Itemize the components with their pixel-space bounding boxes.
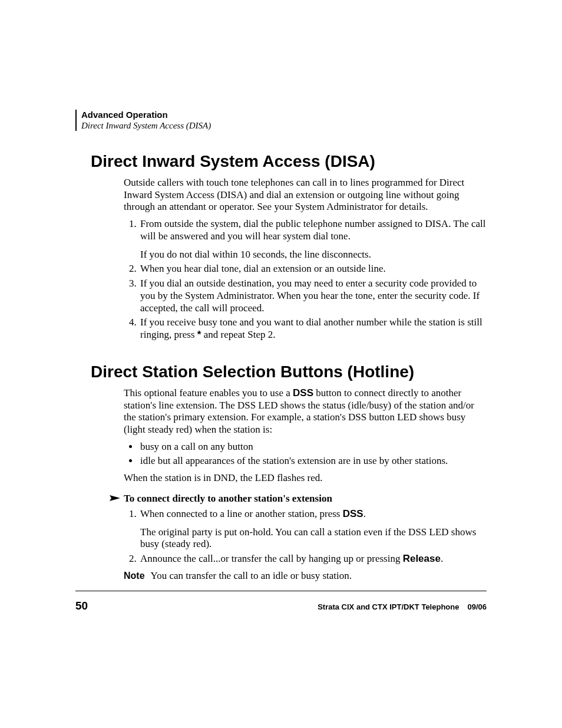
note-text: You can transfer the call to an idle or … [151,570,352,582]
footer-title: Strata CIX and CTX IPT/DKT Telephone [318,602,459,611]
step-1-text: From outside the system, dial the public… [140,218,486,242]
footer-rule [75,591,487,591]
bullet-2: idle but all appearances of the station'… [139,455,487,467]
proc1-pre: When connected to a line or another stat… [140,508,343,519]
head-section: Direct Inward System Access (DISA) [81,121,211,131]
section-title-disa: Direct Inward System Access (DISA) [91,152,487,171]
proc-step-1: When connected to a line or another stat… [139,508,487,551]
dss-after: When the station is in DND, the LED flas… [124,472,487,485]
procedure-heading: To connect directly to another station's… [110,493,487,505]
procedure-body: When connected to a line or another stat… [124,508,487,582]
step-2-text: When you hear dial tone, dial an extensi… [140,263,386,274]
svg-marker-0 [110,495,120,501]
proc1-post: . [363,508,366,519]
running-head: Advanced Operation Direct Inward System … [75,110,487,131]
dss-intro: This optional feature enables you to use… [124,387,487,436]
proc2-bold: Release [403,553,441,564]
head-chapter: Advanced Operation [81,110,211,120]
disa-steps: From outside the system, dial the public… [124,218,487,341]
dss-bullets: busy on a call on any button idle but al… [124,441,487,467]
proc1-sub: The original party is put on-hold. You c… [140,526,487,551]
step-3-text: If you dial an outside destination, you … [140,278,480,313]
proc2-pre: Announce the call...or transfer the call… [140,553,403,564]
proc-step-2: Announce the call...or transfer the call… [139,553,487,565]
section-title-dss: Direct Station Selection Buttons (Hotlin… [91,363,487,381]
proc1-bold: DSS [343,508,363,519]
step-1-sub: If you do not dial within 10 seconds, th… [140,249,487,261]
page-number: 50 [75,599,88,612]
step-4-pre: If you receive busy tone and you want to… [140,317,482,340]
head-rule [75,110,77,131]
step-1: From outside the system, dial the public… [139,218,487,261]
section-body-dss: This optional feature enables you to use… [124,387,487,485]
step-4-post: and repeat Step 2. [201,329,275,340]
dss-bold: DSS [293,387,313,398]
step-4: If you receive busy tone and you want to… [139,317,487,341]
bullet-1: busy on a call on any button [139,441,487,453]
proc-steps: When connected to a line or another stat… [124,508,487,565]
document-page: Advanced Operation Direct Inward System … [0,0,562,728]
footer-row: 50 Strata CIX and CTX IPT/DKT Telephone0… [75,599,487,612]
intro-para: Outside callers with touch tone telephon… [124,177,487,213]
procedure-title: To connect directly to another station's… [124,493,332,505]
note-row: Note You can transfer the call to an idl… [124,570,487,582]
footer-date: 09/06 [467,602,487,611]
arrow-right-icon [110,495,120,502]
step-2: When you hear dial tone, dial an extensi… [139,263,487,275]
page-footer: 50 Strata CIX and CTX IPT/DKT Telephone0… [75,591,487,612]
note-label: Note [124,570,145,582]
step-3: If you dial an outside destination, you … [139,278,487,314]
footer-right: Strata CIX and CTX IPT/DKT Telephone09/0… [318,602,487,611]
head-text: Advanced Operation Direct Inward System … [81,110,211,131]
dss-intro-pre: This optional feature enables you to use… [124,387,293,398]
section-body-disa: Outside callers with touch tone telephon… [124,177,487,341]
proc2-post: . [441,553,443,564]
